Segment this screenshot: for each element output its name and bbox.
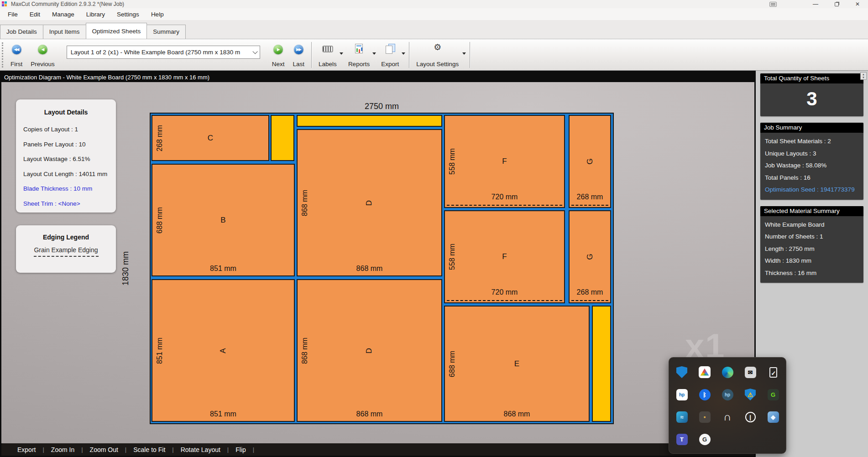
menu-manage[interactable]: Manage [46, 10, 80, 19]
bluetooth-icon[interactable]: ᛒ [695, 385, 714, 404]
microsoft-edge-icon[interactable] [718, 363, 737, 381]
teams-icon-glyph: T [676, 434, 688, 445]
chevron-down-icon [252, 49, 257, 54]
summary-row: Job Wastage : 58.08% [760, 160, 863, 172]
headphones-icon[interactable]: ∩ [718, 408, 737, 426]
menu-library[interactable]: Library [80, 10, 111, 19]
sheet-width-label: 2750 mm [150, 102, 614, 111]
windows-security-icon[interactable] [673, 363, 691, 381]
menu-file[interactable]: File [2, 10, 24, 19]
next-button[interactable]: ▶ Next [268, 41, 289, 69]
next-icon: ▶ [273, 45, 283, 54]
microsoft-edge-icon-glyph [722, 367, 733, 378]
diagram-header: Optimization Diagram - White Example Boa… [1, 72, 754, 82]
restore-icon [835, 2, 839, 6]
reports-dropdown-caret[interactable] [372, 52, 376, 55]
layout-detail-row: Sheet Trim : <None> [23, 197, 109, 212]
zoom-out-button[interactable]: Zoom Out [83, 446, 125, 453]
rotate-layout-button[interactable]: Rotate Layout [174, 446, 227, 453]
previous-icon: ◀ [38, 45, 47, 54]
scale-to-fit-button[interactable]: Scale to Fit [126, 446, 172, 453]
tab-summary[interactable]: Summary [146, 25, 186, 39]
usb-eject-icon[interactable]: ✓ [764, 363, 782, 381]
panel-g[interactable]: G268 mm [569, 115, 611, 208]
hp-support-icon-glyph: hp [722, 389, 733, 400]
greenshot-icon[interactable]: G [764, 385, 782, 404]
panel-width-label: 868 mm [298, 265, 441, 273]
tab-optimized-sheets[interactable]: Optimized Sheets [86, 23, 147, 39]
3d-app-icon[interactable]: ◆ [764, 408, 782, 426]
panel-height-label: 268 mm [153, 116, 166, 160]
zoom-in-button[interactable]: Zoom In [44, 446, 81, 453]
summary-row: Width : 1830 mm [760, 255, 863, 267]
layout-details-card: Layout Details Copies of Layout : 1Panel… [16, 99, 116, 213]
input-language-icon[interactable] [769, 2, 777, 7]
minimize-button[interactable]: — [805, 0, 826, 8]
material-summary-card: Selected Material Summary White Example … [760, 206, 863, 283]
panel-height-label: 868 mm [298, 280, 311, 421]
panel-letter: C [152, 116, 268, 160]
capture-app-icon[interactable]: ▪ [695, 408, 714, 426]
panel-a[interactable]: A851 mm851 mm [152, 279, 295, 422]
menu-bar: FileEditManageLibrarySettingsHelp [0, 8, 868, 20]
layout-settings-dropdown-caret[interactable] [462, 52, 466, 55]
greenshot-icon-glyph: G [768, 389, 779, 400]
3d-app-icon-glyph: ◆ [768, 411, 779, 423]
power-toggle-icon[interactable]: | [741, 408, 759, 426]
panel-letter: D [298, 280, 441, 421]
layout-detail-row: Copies of Layout : 1 [23, 122, 109, 137]
layout-selector-dropdown[interactable]: Layout 1 of 2 (x1) - White Example Board… [67, 46, 260, 59]
g-utility-icon[interactable]: G [695, 430, 714, 448]
audio-app-icon[interactable]: ≈ [673, 408, 691, 426]
panel-f[interactable]: F558 mm720 mm [444, 115, 565, 208]
panel-e[interactable]: E688 mm868 mm [444, 306, 590, 422]
menu-help[interactable]: Help [145, 10, 170, 19]
audio-app-icon-glyph: ≈ [676, 411, 688, 423]
toolbar-separator [409, 42, 409, 68]
waste-area [271, 115, 294, 161]
panel-f[interactable]: F558 mm720 mm [444, 210, 565, 303]
reports-button[interactable]: Reports [344, 41, 377, 69]
first-icon: ◀◀ [12, 45, 21, 54]
export-button[interactable]: Export [10, 446, 42, 453]
security-alert-icon[interactable]: ⚠ [741, 385, 759, 404]
tab-bar: Job DetailsInput ItemsOptimized SheetsSu… [0, 20, 868, 39]
menu-settings[interactable]: Settings [111, 10, 145, 19]
google-drive-icon[interactable] [695, 363, 714, 381]
diagram-action-bar: Export|Zoom In|Zoom Out|Scale to Fit|Rot… [1, 443, 754, 456]
panel-g[interactable]: G268 mm [569, 210, 611, 303]
toolbar-grip[interactable] [2, 42, 5, 68]
panel-d[interactable]: D868 mm868 mm [297, 129, 442, 276]
panel-width-label: 720 mm [445, 193, 564, 201]
sidebar-scrollbar[interactable]: ▲▼ [860, 72, 867, 80]
diagram-panel: Optimization Diagram - White Example Boa… [0, 71, 756, 457]
windows-security-icon-glyph [676, 366, 687, 378]
panel-width-label: 720 mm [445, 288, 564, 296]
panel-d[interactable]: D868 mm868 mm [297, 279, 442, 422]
export-button[interactable]: Export [377, 41, 406, 69]
hp-protect-icon[interactable]: hp [673, 385, 691, 404]
flip-button[interactable]: Flip [229, 446, 253, 453]
labels-dropdown-caret[interactable] [340, 52, 343, 55]
tab-input-items[interactable]: Input Items [43, 25, 86, 39]
teams-icon[interactable]: T [673, 430, 691, 448]
panel-c[interactable]: C268 mm [152, 115, 269, 161]
last-button[interactable]: ▶▶ Last [289, 41, 309, 69]
menu-edit[interactable]: Edit [24, 10, 46, 19]
panel-width-label: 851 mm [152, 265, 294, 273]
panel-b[interactable]: B688 mm851 mm [152, 164, 295, 276]
edging-legend-title: Edging Legend [23, 234, 109, 241]
export-dropdown-caret[interactable] [402, 52, 405, 55]
tab-job-details[interactable]: Job Details [0, 25, 43, 39]
first-button[interactable]: ◀◀ First [6, 41, 26, 69]
labels-button[interactable]: Labels [314, 41, 344, 69]
close-button[interactable]: ✕ [847, 0, 868, 8]
diagram-canvas: Layout Details Copies of Layout : 1Panel… [1, 82, 754, 443]
layout-settings-button[interactable]: ⚙ Layout Settings [412, 41, 467, 69]
mail-sync-icon[interactable]: ✉ [741, 363, 759, 381]
edging-legend-card: Edging Legend Grain Example Edging [16, 225, 116, 273]
edging-dash-sample [34, 256, 99, 257]
hp-support-icon[interactable]: hp [718, 385, 737, 404]
maximize-button[interactable] [826, 0, 847, 8]
previous-button[interactable]: ◀ Previous [26, 41, 59, 69]
